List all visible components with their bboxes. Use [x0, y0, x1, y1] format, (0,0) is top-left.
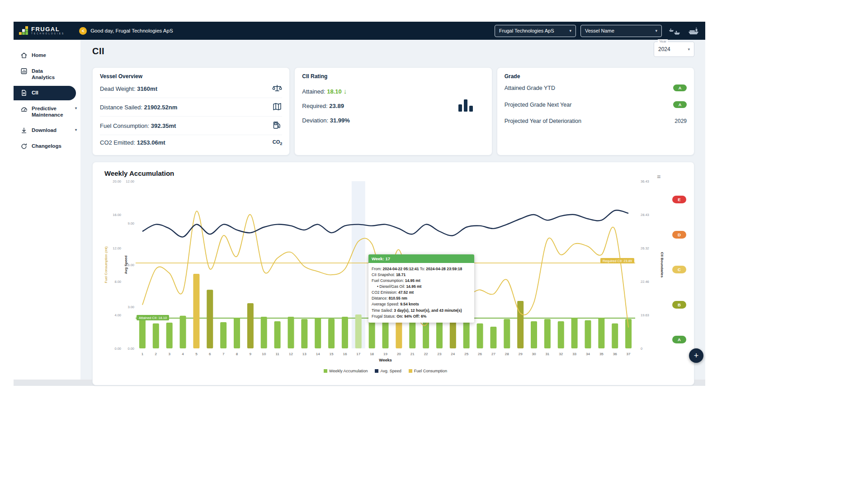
- chart-title: Weekly Accumulation: [104, 169, 685, 177]
- svg-text:17: 17: [356, 352, 360, 356]
- grade-badge: A: [673, 84, 687, 91]
- attained-row: Attained: 18.10↓: [302, 87, 484, 95]
- svg-text:11: 11: [275, 352, 279, 356]
- deterioration-year-value: 2029: [675, 118, 687, 124]
- chevron-down-icon: ▾: [75, 106, 77, 111]
- svg-text:16.00: 16.00: [113, 213, 121, 217]
- svg-text:CII Boundaries: CII Boundaries: [660, 252, 664, 278]
- svg-text:6.00: 6.00: [127, 263, 134, 267]
- chevron-down-icon: ▾: [75, 128, 77, 132]
- tooltip-row: CII Snapshot: 18.71: [372, 272, 471, 277]
- legend-swatch: [324, 369, 327, 373]
- svg-text:18: 18: [370, 352, 374, 356]
- svg-text:24: 24: [451, 352, 455, 356]
- svg-text:30: 30: [532, 352, 536, 356]
- svg-text:26: 26: [478, 352, 482, 356]
- svg-text:19: 19: [383, 352, 387, 356]
- brand-subtitle: TECHNOLOGIES: [31, 33, 65, 35]
- vessel-select[interactable]: Vessel Name ▾: [580, 25, 662, 37]
- svg-text:27: 27: [491, 352, 495, 356]
- frugal-logo: FRUGAL TECHNOLOGIES: [19, 26, 65, 35]
- svg-text:13: 13: [302, 352, 307, 356]
- svg-text:5: 5: [195, 352, 198, 356]
- legend-item[interactable]: Avg. Speed: [375, 369, 401, 373]
- map-icon: [272, 102, 282, 113]
- tooltip-row: Time Sailed: 3 day(s), 12 hour(s), and 4…: [372, 308, 471, 313]
- tooltip-row: Distance: 810.55 nm: [372, 296, 471, 301]
- dead-weight-row: Dead Weight: 3160mt: [100, 80, 282, 98]
- svg-text:26.32: 26.32: [641, 246, 649, 250]
- chart-area: ≡ 20.0016.0012.008.004.000.0012.009.006.…: [102, 179, 685, 381]
- svg-text:0: 0: [641, 347, 642, 351]
- svg-text:7: 7: [222, 352, 225, 356]
- fuel-icon: [272, 121, 282, 131]
- svg-text:0.00: 0.00: [114, 347, 121, 351]
- tooltip-row: From: 2024-04-22 05:12:41 To: 2024-04-28…: [372, 267, 471, 272]
- legend-swatch: [409, 369, 412, 373]
- svg-text:20.00: 20.00: [113, 179, 121, 183]
- main-content: CII Year 2024 ▾ Vessel Overview Dead Wei…: [80, 40, 705, 380]
- sidebar-item-changelogs[interactable]: Changelogs: [14, 139, 80, 154]
- tooltip-row: Average Speed: 9.54 knots: [372, 302, 471, 307]
- svg-text:22: 22: [424, 352, 428, 356]
- ship-icon[interactable]: [687, 26, 700, 36]
- sidebar-item-predictive-maintenance[interactable]: Predictive Maintenance ▾: [14, 102, 80, 122]
- cii-rating-card: CII Rating Attained: 18.10↓ Required: 23…: [294, 67, 492, 155]
- svg-text:10: 10: [262, 352, 266, 356]
- legend-item[interactable]: Fuel Consumption: [409, 369, 447, 373]
- greeting-icon: <: [79, 27, 87, 35]
- year-select[interactable]: Year 2024 ▾: [654, 42, 694, 57]
- distance-sailed-row: Distance Sailed: 21902.52nm: [100, 98, 282, 117]
- fleet-icon[interactable]: [668, 26, 681, 36]
- svg-text:33: 33: [572, 352, 576, 356]
- svg-text:8: 8: [236, 352, 238, 356]
- svg-text:28.43: 28.43: [641, 213, 649, 217]
- analytics-icon: [20, 67, 28, 75]
- svg-text:12.00: 12.00: [126, 179, 134, 183]
- page-title: CII: [92, 46, 694, 56]
- company-select[interactable]: Frugal Technologies ApS ▾: [495, 25, 576, 37]
- summary-cards: Vessel Overview Dead Weight: 3160mt Dist…: [92, 67, 694, 155]
- svg-text:6: 6: [209, 352, 211, 356]
- svg-text:20: 20: [397, 352, 401, 356]
- svg-text:3: 3: [168, 352, 170, 356]
- fab-add-button[interactable]: +: [689, 348, 703, 363]
- sidebar: Home Data Analytics CII Predictive Maint…: [14, 40, 80, 380]
- scale-icon: [272, 84, 282, 94]
- sidebar-item-home[interactable]: Home: [14, 48, 80, 63]
- logo-blocks-icon: [19, 26, 28, 35]
- svg-text:4: 4: [182, 352, 184, 356]
- greeting: < Good day, Frugal Technologies ApS: [79, 27, 173, 35]
- grade-badge: A: [673, 101, 687, 108]
- legend-item[interactable]: Weekly Accumulation: [324, 369, 368, 373]
- svg-text:2: 2: [155, 352, 157, 356]
- deviation-row: Deviation: 31.99%: [302, 117, 484, 124]
- tooltip-row: Fuel Consumption: 14.95 mt: [372, 278, 471, 283]
- svg-text:15: 15: [330, 352, 334, 356]
- co2-emitted-row: CO2 Emitted: 1253.06mt CO2: [100, 135, 282, 150]
- bar-chart-icon: [458, 99, 473, 112]
- svg-text:Weeks: Weeks: [379, 358, 392, 362]
- card-title: Vessel Overview: [100, 73, 282, 80]
- svg-text:9: 9: [250, 352, 252, 356]
- svg-text:28: 28: [505, 352, 509, 356]
- svg-text:23: 23: [438, 352, 442, 356]
- svg-text:25: 25: [464, 352, 468, 356]
- svg-text:35: 35: [599, 352, 604, 356]
- svg-text:36.43: 36.43: [641, 179, 649, 183]
- refresh-icon: [20, 142, 28, 150]
- sidebar-item-cii[interactable]: CII: [14, 86, 76, 100]
- svg-text:Avg Speed: Avg Speed: [124, 256, 128, 274]
- weekly-accumulation-card: Weekly Accumulation ≡ 20.0016.0012.008.0…: [92, 162, 694, 385]
- tooltip-body: From: 2024-04-22 05:12:41 To: 2024-04-28…: [368, 263, 474, 323]
- grade-boundary-pill-c: C: [672, 266, 686, 273]
- svg-text:29: 29: [519, 352, 523, 356]
- grade-boundary-pill-d: D: [672, 231, 686, 239]
- legend-swatch: [375, 369, 378, 373]
- svg-text:14: 14: [316, 352, 320, 356]
- sidebar-item-download[interactable]: Download ▾: [14, 123, 80, 138]
- card-title: Grade: [505, 73, 687, 80]
- sidebar-item-data-analytics[interactable]: Data Analytics: [14, 64, 80, 84]
- svg-text:31: 31: [545, 352, 549, 356]
- svg-text:8.00: 8.00: [114, 280, 121, 284]
